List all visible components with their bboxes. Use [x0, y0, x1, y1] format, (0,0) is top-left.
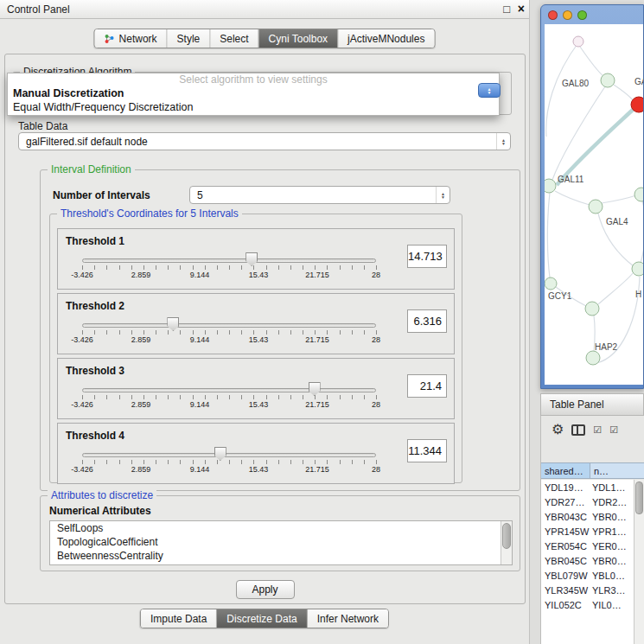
algorithm-option[interactable]: Manual Discretization — [8, 86, 499, 100]
network-node[interactable] — [585, 302, 599, 316]
attribute-item[interactable]: SelfLoops — [50, 521, 512, 535]
threshold-4-slider[interactable] — [82, 446, 376, 463]
zoom-traffic-light-icon[interactable] — [577, 10, 587, 20]
cell-shared-name[interactable]: YIL052C — [541, 600, 590, 610]
tab-network[interactable]: Network — [95, 29, 168, 48]
table-row[interactable]: YLR345WYLR3… — [541, 583, 634, 597]
threshold-1-slider[interactable] — [82, 252, 376, 269]
cell-name[interactable]: YDR2… — [590, 497, 634, 507]
combo-stepper-icon[interactable]: ▲▼ — [496, 133, 510, 150]
slider-thumb[interactable] — [245, 252, 258, 266]
network-node[interactable] — [601, 73, 615, 87]
network-edge[interactable] — [641, 201, 643, 263]
checkbox-icon[interactable]: ☑ — [593, 424, 602, 435]
cell-name[interactable]: YLR3… — [590, 585, 634, 596]
table-row[interactable]: YDR27…YDR2… — [541, 494, 634, 509]
combo-stepper-icon[interactable]: ▲▼ — [436, 187, 450, 203]
apply-button[interactable]: Apply — [235, 580, 294, 599]
network-node[interactable] — [631, 97, 643, 112]
float-window-icon[interactable]: □ — [503, 3, 510, 16]
slider-thumb[interactable] — [214, 447, 226, 461]
attributes-scrollbar-thumb[interactable] — [502, 523, 511, 549]
cell-name[interactable]: YPR1… — [590, 526, 634, 537]
table-row[interactable]: YBR043CYBR0… — [541, 509, 634, 524]
network-node[interactable] — [586, 351, 600, 365]
cell-name[interactable]: YER0… — [590, 541, 634, 552]
algorithm-option[interactable]: Equal Width/Frequency Discretization — [8, 100, 499, 114]
number-of-intervals-combo[interactable]: 5 ▲▼ — [189, 186, 450, 204]
threshold-2-slider[interactable] — [82, 316, 376, 334]
cell-shared-name[interactable]: YER054C — [541, 541, 590, 552]
cell-name[interactable]: YBL0… — [590, 571, 634, 581]
table-data-combo[interactable]: galFiltered.sif default node ▲▼ — [18, 132, 511, 150]
close-traffic-light-icon[interactable] — [548, 10, 558, 20]
network-edge[interactable] — [614, 85, 634, 101]
threshold-2-value-field[interactable]: 6.316 — [407, 309, 447, 333]
column-header-name[interactable]: n… — [590, 463, 644, 478]
cell-shared-name[interactable]: YBR045C — [541, 556, 590, 566]
network-canvas[interactable]: GAL80GAGAL11GAL4GCY1HAP2H — [545, 24, 643, 385]
slider-track[interactable] — [82, 388, 376, 392]
attributes-scrollbar[interactable] — [501, 521, 512, 564]
bottom-tab-impute-data[interactable]: Impute Data — [141, 609, 217, 628]
network-node[interactable] — [589, 200, 603, 214]
close-icon[interactable]: × — [518, 2, 525, 16]
threshold-3-slider[interactable] — [82, 381, 376, 399]
cell-shared-name[interactable]: YDL19… — [541, 482, 590, 493]
network-edge[interactable] — [598, 273, 633, 304]
network-edge[interactable] — [546, 41, 579, 137]
table-row[interactable]: YER054CYER0… — [541, 539, 634, 553]
minimize-traffic-light-icon[interactable] — [563, 10, 572, 20]
tab-select[interactable]: Select — [210, 29, 258, 48]
cell-shared-name[interactable]: YBL079W — [541, 571, 590, 581]
network-node[interactable] — [545, 179, 556, 193]
cell-shared-name[interactable]: YBR043C — [541, 512, 590, 522]
slider-thumb[interactable] — [167, 317, 179, 331]
algorithm-combo-stepper-icon[interactable]: ▲▼ — [478, 83, 501, 98]
cell-shared-name[interactable]: YLR345W — [541, 585, 590, 596]
cell-name[interactable]: YIL0… — [590, 600, 634, 610]
table-data-combo-value: galFiltered.sif default node — [19, 136, 496, 148]
attribute-item[interactable]: TopologicalCoefficient — [50, 535, 512, 549]
network-node[interactable] — [632, 262, 643, 276]
scale-tick-label: 15.43 — [249, 400, 269, 409]
gear-icon[interactable]: ⚙ — [552, 423, 564, 437]
threshold-4-value-field[interactable]: 11.344 — [407, 439, 447, 462]
cell-name[interactable]: YBR0… — [590, 556, 634, 566]
network-edge[interactable] — [580, 47, 603, 76]
network-node[interactable] — [573, 36, 583, 47]
network-edge[interactable] — [602, 195, 636, 203]
slider-thumb[interactable] — [309, 382, 321, 396]
bottom-tab-infer-network[interactable]: Infer Network — [308, 609, 388, 628]
tab-cyni-toolbox[interactable]: Cyni Toolbox — [259, 29, 338, 48]
cell-shared-name[interactable]: YPR145W — [541, 526, 590, 537]
threshold-3-value-field[interactable]: 21.4 — [407, 374, 447, 398]
column-header-shared-name[interactable]: shared… — [541, 463, 590, 478]
table-row[interactable]: YBL079WYBL0… — [541, 568, 634, 583]
cell-shared-name[interactable]: YDR27… — [541, 497, 590, 507]
numerical-attributes-list[interactable]: SelfLoopsTopologicalCoefficientBetweenne… — [49, 520, 513, 565]
network-edge[interactable] — [555, 191, 590, 205]
bottom-tab-discretize-data[interactable]: Discretize Data — [217, 609, 307, 628]
network-edge[interactable] — [547, 193, 550, 277]
cell-name[interactable]: YBR0… — [590, 512, 634, 522]
table-row[interactable]: YIL052CYIL0… — [541, 597, 634, 612]
tab-jactivemnodules[interactable]: jActiveMNodules — [338, 29, 434, 48]
slider-track[interactable] — [82, 453, 376, 457]
table-row[interactable]: YDL19…YDL1… — [541, 480, 634, 494]
checkbox-icon[interactable]: ☑ — [609, 424, 618, 435]
attribute-item[interactable]: BetweennessCentrality — [50, 549, 512, 563]
table-row[interactable]: YBR045CYBR0… — [541, 553, 634, 568]
table-row[interactable]: YPR145WYPR1… — [541, 524, 634, 539]
slider-track[interactable] — [82, 323, 376, 328]
threshold-1-value-field[interactable]: 14.713 — [407, 245, 447, 268]
network-edge[interactable] — [552, 86, 605, 180]
tab-style[interactable]: Style — [168, 29, 211, 48]
slider-track[interactable] — [82, 258, 376, 263]
table-scrollbar-thumb[interactable] — [635, 481, 643, 514]
columns-icon[interactable] — [571, 424, 585, 436]
network-node[interactable] — [545, 277, 557, 290]
table-scrollbar[interactable] — [634, 480, 644, 644]
network-node[interactable] — [634, 188, 643, 201]
cell-name[interactable]: YDL1… — [590, 482, 634, 493]
